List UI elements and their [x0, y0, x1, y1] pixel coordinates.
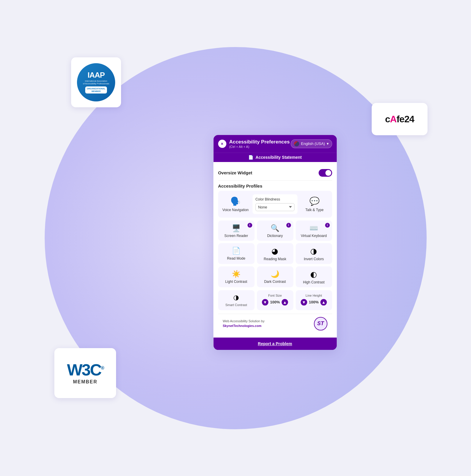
font-size-decrease-button[interactable]: ▼	[262, 299, 268, 305]
line-height-label: Line Height	[306, 294, 322, 297]
invert-colors-label: Invert Colors	[304, 257, 324, 261]
footer-logo: ST	[314, 317, 327, 330]
smart-contrast-label: Smart Contrast	[225, 303, 247, 307]
voice-navigation-label: Voice Navigation	[222, 208, 249, 212]
header-left: × Accessibility Preferences (Ctrl + Alt …	[218, 139, 290, 148]
line-height-cell: Line Height ▼ 100% ▲	[296, 290, 332, 310]
dark-contrast-icon: 🌙	[271, 270, 279, 278]
iaap-badge: IAAP International Associationof Accessi…	[71, 57, 121, 107]
virtual-keyboard-label: Virtual Keyboard	[301, 234, 327, 238]
talk-and-type-item[interactable]: 💬 Talk & Type	[301, 194, 328, 214]
smart-contrast-icon: ◑	[233, 294, 239, 301]
dictionary-button[interactable]: i 🔍 Dictionary	[257, 221, 293, 241]
line-height-value: 100%	[309, 300, 319, 304]
virtual-keyboard-icon: ⌨️	[309, 225, 318, 232]
document-icon: 📄	[248, 155, 253, 160]
light-contrast-button[interactable]: ☀️ Light Contrast	[218, 266, 254, 287]
flag-icon	[294, 141, 299, 146]
voice-navigation-icon: 🗣️	[230, 196, 241, 206]
dictionary-icon: 🔍	[271, 225, 279, 232]
reading-mask-label: Reading Mask	[264, 257, 286, 261]
widget-body: Oversize Widget Accessibility Profiles 🗣…	[213, 162, 337, 338]
talk-and-type-label: Talk & Type	[305, 208, 324, 212]
oversize-row: Oversize Widget	[218, 167, 332, 181]
info-icon: i	[286, 223, 291, 228]
main-title: Accessibility Preferences	[229, 139, 290, 145]
smart-contrast-cell[interactable]: ◑ Smart Contrast	[218, 290, 254, 310]
high-contrast-label: High Contrast	[303, 280, 324, 284]
font-size-controls: ▼ 100% ▲	[262, 299, 288, 305]
oversize-label: Oversize Widget	[218, 170, 252, 175]
reading-mask-button[interactable]: ◕ Reading Mask	[257, 243, 293, 264]
screen-reader-icon: 🖥️	[232, 225, 241, 232]
font-size-cell: Font Size ▼ 100% ▲	[257, 290, 293, 310]
cafe24-logo: cAfe24	[385, 114, 414, 125]
footer-link[interactable]: SkynetTechnologies.com	[223, 324, 262, 328]
iaap-title: IAAP	[88, 71, 105, 79]
widget-panel: × Accessibility Preferences (Ctrl + Alt …	[213, 135, 337, 350]
font-size-increase-button[interactable]: ▲	[282, 299, 288, 305]
read-mode-icon: 📄	[232, 247, 241, 254]
screen-reader-button[interactable]: i 🖥️ Screen Reader	[218, 221, 254, 241]
profile-top-row: 🗣️ Voice Navigation Color Blindness None…	[218, 191, 332, 218]
talk-and-type-icon: 💬	[309, 196, 320, 206]
read-mode-button[interactable]: 📄 Read Mode	[218, 243, 254, 264]
w3c-member-label: MEMBER	[73, 379, 97, 385]
adjust-row: ◑ Smart Contrast Font Size ▼ 100% ▲ Line…	[218, 290, 332, 310]
color-blindness-label: Color Blindness	[255, 197, 294, 201]
widget-footer: Web Accessibility Solution by SkynetTech…	[218, 314, 332, 333]
screen-reader-label: Screen Reader	[224, 234, 248, 238]
chevron-down-icon: ▾	[327, 141, 329, 146]
invert-colors-icon: ◑	[310, 247, 317, 255]
close-button[interactable]: ×	[218, 140, 226, 148]
dark-contrast-button[interactable]: 🌙 Dark Contrast	[257, 266, 293, 287]
iaap-subtitle: International Associationof Accessibilit…	[83, 80, 109, 85]
line-height-decrease-button[interactable]: ▼	[301, 299, 307, 305]
line-height-controls: ▼ 100% ▲	[301, 299, 327, 305]
font-size-label: Font Size	[268, 294, 282, 297]
line-height-increase-button[interactable]: ▲	[321, 299, 327, 305]
light-contrast-label: Light Contrast	[225, 280, 247, 284]
dark-contrast-label: Dark Contrast	[264, 280, 286, 284]
color-blindness-select[interactable]: None	[255, 203, 294, 211]
lang-label: English (USA)	[301, 141, 325, 146]
reading-mask-icon: ◕	[271, 247, 278, 255]
high-contrast-button[interactable]: ◐ High Contrast	[296, 266, 332, 287]
info-icon: i	[325, 223, 330, 228]
invert-colors-button[interactable]: ◑ Invert Colors	[296, 243, 332, 264]
iaap-org-label: ORGANIZATIONALMEMBER	[85, 86, 107, 93]
high-contrast-icon: ◐	[310, 270, 317, 278]
dictionary-label: Dictionary	[267, 234, 283, 238]
cafe24-badge: cAfe24	[372, 103, 428, 135]
read-mode-label: Read Mode	[227, 256, 245, 260]
virtual-keyboard-button[interactable]: i ⌨️ Virtual Keyboard	[296, 221, 332, 241]
light-contrast-icon: ☀️	[232, 270, 241, 278]
voice-navigation-item[interactable]: 🗣️ Voice Navigation	[222, 194, 249, 214]
features-grid: i 🖥️ Screen Reader i 🔍 Dictionary i ⌨️ V…	[218, 221, 332, 287]
w3c-badge: W3C® MEMBER	[54, 348, 116, 398]
profiles-label: Accessibility Profiles	[218, 181, 332, 191]
report-bar: Report a Problem	[213, 338, 337, 350]
header-title-block: Accessibility Preferences (Ctrl + Alt + …	[229, 139, 290, 148]
font-size-value: 100%	[270, 300, 280, 304]
color-blindness-box: Color Blindness None	[252, 194, 297, 214]
w3c-logo: W3C®	[67, 362, 103, 378]
report-problem-button[interactable]: Report a Problem	[258, 341, 292, 346]
toggle-knob	[325, 170, 331, 176]
oversize-toggle[interactable]	[319, 169, 332, 177]
shortcut-label: (Ctrl + Alt + A)	[229, 145, 290, 148]
widget-header: × Accessibility Preferences (Ctrl + Alt …	[213, 135, 337, 153]
stmt-label: Accessibility Statement	[256, 155, 302, 160]
footer-text: Web Accessibility Solution by SkynetTech…	[223, 319, 264, 328]
info-icon: i	[247, 223, 252, 228]
accessibility-statement-bar[interactable]: 📄 Accessibility Statement	[213, 153, 337, 162]
language-button[interactable]: English (USA) ▾	[291, 139, 332, 148]
